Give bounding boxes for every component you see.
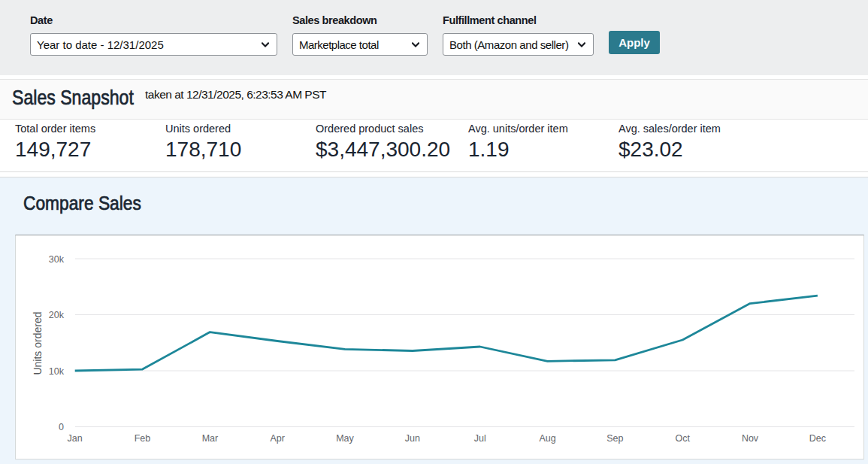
svg-text:Dec: Dec	[809, 433, 826, 444]
svg-text:20k: 20k	[49, 310, 65, 320]
svg-text:Mar: Mar	[202, 433, 219, 444]
svg-text:Oct: Oct	[675, 433, 690, 444]
svg-text:Sep: Sep	[606, 433, 623, 444]
svg-text:Jun: Jun	[405, 433, 420, 444]
svg-text:Jul: Jul	[474, 433, 486, 444]
svg-text:0: 0	[59, 422, 64, 432]
svg-text:Apr: Apr	[270, 433, 284, 444]
svg-text:Feb: Feb	[135, 433, 151, 444]
svg-text:30k: 30k	[49, 254, 65, 265]
svg-text:May: May	[336, 433, 354, 444]
svg-text:10k: 10k	[49, 366, 65, 377]
svg-text:Units ordered: Units ordered	[32, 311, 44, 375]
svg-text:Nov: Nov	[742, 433, 759, 444]
svg-text:Aug: Aug	[539, 433, 555, 444]
svg-text:Jan: Jan	[68, 433, 83, 444]
